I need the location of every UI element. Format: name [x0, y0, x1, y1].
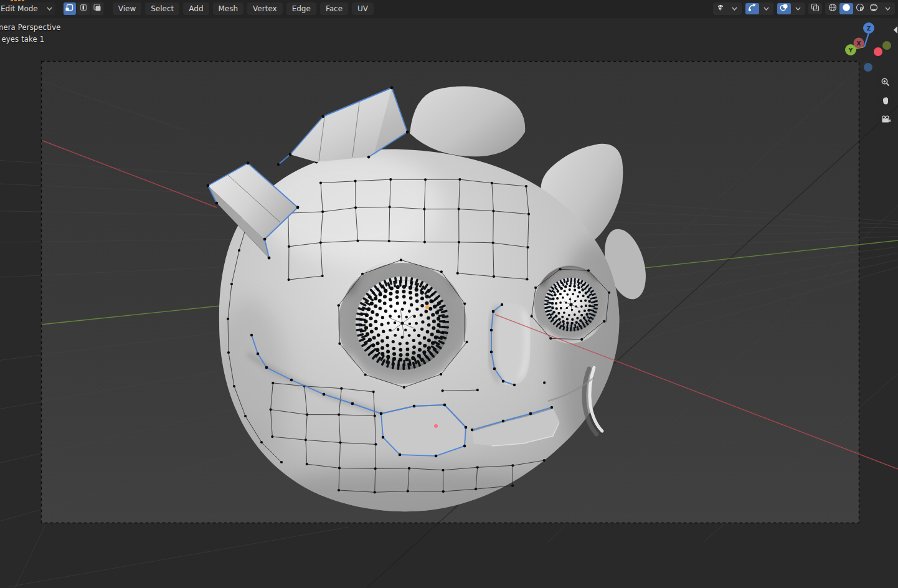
cutoff-orange-marker	[11, 0, 13, 1]
menu-bar: ViewSelectAddMeshVertexEdgeFaceUV	[113, 2, 374, 15]
cutoff-orange-marker	[22, 0, 24, 1]
gizmo-z-label: Z	[867, 26, 871, 32]
magnifier-plus-icon	[881, 77, 891, 87]
gizmo-z-neg-axis[interactable]	[864, 63, 872, 72]
gizmo-y-neg-axis[interactable]	[882, 41, 891, 50]
menu-item-face[interactable]: Face	[320, 2, 348, 15]
chevron-down-icon	[732, 7, 737, 11]
solid-sphere-icon	[841, 2, 851, 15]
chevron-down-icon	[795, 7, 801, 11]
chevron-down-icon	[763, 7, 769, 11]
menu-item-select[interactable]: Select	[145, 2, 179, 15]
viewport-header-right	[713, 2, 895, 15]
material-sphere-icon	[855, 2, 865, 15]
pan-hand-button[interactable]	[877, 92, 894, 110]
shading-solid-button[interactable]	[839, 3, 853, 14]
show-gizmos-group	[745, 2, 773, 15]
menu-item-mesh[interactable]: Mesh	[213, 2, 244, 15]
move-icon[interactable]	[892, 25, 898, 37]
show-gizmos-button[interactable]	[745, 3, 759, 14]
shading-wireframe-button[interactable]	[826, 3, 839, 14]
show-overlays-button[interactable]	[777, 3, 791, 14]
wireframe-sphere-icon	[828, 2, 838, 15]
hand-icon	[881, 96, 891, 106]
show-overlays-group	[777, 2, 805, 15]
cutoff-orange-marker	[14, 0, 17, 1]
show-overlays-dropdown[interactable]	[791, 3, 805, 14]
menu-item-edge[interactable]: Edge	[286, 2, 316, 15]
shading-mode-group	[825, 2, 895, 15]
chevron-down-icon	[47, 7, 52, 11]
mode-dropdown[interactable]: Edit Mode	[0, 2, 55, 15]
viewport-header: Edit Mode ViewSelectAddMeshVe	[0, 0, 898, 17]
toggle-xray-button[interactable]	[808, 3, 822, 14]
menu-item-add[interactable]: Add	[183, 2, 209, 15]
eye-cursor-icon	[716, 2, 725, 15]
menu-item-view[interactable]: View	[113, 2, 141, 15]
rendered-sphere-icon	[869, 2, 879, 15]
gizmo-x-label: X	[857, 40, 861, 47]
zoom-button[interactable]	[877, 74, 894, 91]
edge-select-icon	[79, 2, 88, 14]
object-type-visibility-button[interactable]	[714, 3, 727, 14]
edge-select-button[interactable]	[77, 2, 90, 15]
camera-view-button[interactable]	[877, 111, 894, 128]
menu-item-uv[interactable]: UV	[352, 2, 374, 15]
object-origin	[434, 424, 438, 428]
gizmo-icon	[747, 2, 757, 15]
menu-item-vertex[interactable]: Vertex	[247, 2, 283, 15]
shading-rendered-button[interactable]	[867, 3, 881, 14]
active-vertex	[425, 305, 429, 309]
object-type-visibility-dropdown[interactable]	[727, 3, 741, 14]
mode-dropdown-label: Edit Mode	[1, 4, 38, 13]
show-gizmos-dropdown[interactable]	[759, 3, 773, 14]
gizmo-y-label: Y	[848, 47, 853, 54]
overlays-icon	[779, 2, 789, 15]
face-select-icon	[93, 2, 102, 14]
vertex-select-icon	[65, 2, 74, 14]
object-type-visibility-group	[713, 2, 742, 15]
cutoff-orange-marker	[18, 0, 21, 1]
select-mode-group	[63, 2, 104, 16]
xray-icon	[810, 2, 820, 15]
gizmo-x-neg-axis[interactable]	[874, 47, 882, 56]
active-object-label: ) eyes take 1	[0, 35, 44, 44]
shading-material-preview-button[interactable]	[853, 3, 867, 14]
vertex-select-button[interactable]	[64, 2, 76, 15]
shading-dropdown[interactable]	[881, 3, 894, 14]
view-name-label: mera Perspective	[0, 23, 61, 32]
movie-camera-icon	[881, 115, 891, 125]
face-select-button[interactable]	[91, 2, 103, 15]
chevron-down-icon	[885, 7, 891, 11]
viewport-canvas[interactable]: Z X Y	[0, 0, 898, 588]
